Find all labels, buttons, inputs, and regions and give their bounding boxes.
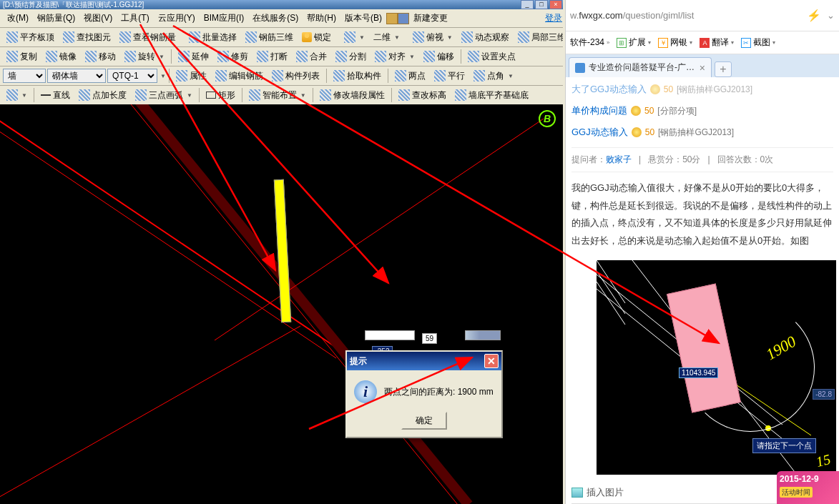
wall-type-select[interactable]: 砌体墙 [47, 69, 106, 83]
insert-image-label: 插入图片 [587, 486, 624, 499]
new-tab-button[interactable]: + [715, 61, 732, 77]
coin-icon [632, 127, 642, 137]
dialog-ok-button[interactable]: 确定 [401, 412, 447, 430]
parallel-button[interactable]: 平行 [431, 68, 468, 84]
set-grip-button[interactable]: 设置夹点 [464, 49, 519, 65]
batch-select-button[interactable]: 批量选择 [185, 29, 240, 46]
dialog-close-button[interactable]: ✕ [484, 354, 499, 368]
url-chevron-icon[interactable]: ⌄ [827, 10, 835, 21]
info-icon: i [354, 380, 377, 403]
tool-square-1[interactable]: ▼ [340, 29, 368, 45]
reward-text: 悬赏分：50分 [648, 154, 700, 164]
wall-bottom-align-button[interactable]: 墙底平齐基础底 [451, 87, 532, 104]
maximize-button[interactable]: □ [535, 0, 548, 9]
shortcut-icon-2[interactable] [398, 13, 409, 24]
bank-button[interactable]: ￥网银▾ [658, 36, 692, 49]
split-button[interactable]: 分割 [332, 49, 370, 65]
related-link-0[interactable]: 大了GGJ动态输入 [571, 83, 647, 96]
coord-input-2[interactable] [465, 330, 501, 340]
related-tag-1: [分部分项] [657, 105, 697, 117]
category-select[interactable]: 墙 [3, 69, 46, 83]
tab-active[interactable]: 专业造价问题答疑平台-广联达 × [569, 57, 712, 77]
menu-modify[interactable]: 改(M) [3, 10, 33, 26]
local-3d-button[interactable]: 局部三维 [514, 29, 565, 46]
move-button[interactable]: 移动 [82, 49, 119, 65]
ext-button[interactable]: ⊞扩展▾ [617, 36, 651, 49]
asker-link[interactable]: 败家子 [606, 154, 632, 164]
break-button[interactable]: 打断 [253, 49, 291, 65]
align-button[interactable]: 对齐▼ [371, 49, 418, 65]
pick-component-button[interactable]: 拾取构件 [330, 68, 385, 84]
line-button[interactable]: 直线 [37, 87, 74, 104]
screenshot-button[interactable]: ✂截图▾ [741, 36, 775, 49]
lock-button[interactable]: 锁定 [298, 29, 335, 46]
coin-value-2: 50 [645, 127, 654, 137]
menu-online[interactable]: 在线服务(S) [248, 10, 303, 26]
tool-mini-1[interactable]: ▼ [3, 87, 31, 103]
copy-button[interactable]: 复制 [3, 49, 41, 65]
overlook-button[interactable]: 俯视▼ [409, 29, 456, 46]
two-d-button[interactable]: 二维▼ [370, 29, 403, 46]
embedded-screenshot[interactable]: 11043.945 1900 15 -82.8 请指定下一个点 [597, 260, 836, 475]
promo-date: 2015-12-9 [780, 474, 836, 485]
find-element-button[interactable]: 查找图元 [59, 29, 114, 46]
new-change-button[interactable]: 新建变更 [409, 10, 452, 26]
rebar-3d-button[interactable]: 钢筋三维 [242, 29, 297, 46]
software-link[interactable]: 软件-234» [570, 36, 609, 49]
menu-help[interactable]: 帮助(H) [303, 10, 340, 26]
related-link-2[interactable]: GGJ动态输入 [571, 126, 628, 139]
view-rebar-button[interactable]: 查看钢筋量 [116, 29, 180, 46]
edit-rebar-button[interactable]: 编辑钢筋 [212, 68, 267, 84]
trim-button[interactable]: 修剪 [214, 49, 252, 65]
component-list-button[interactable]: 构件列表 [268, 68, 323, 84]
promo-banner[interactable]: 2015-12-9 活动时间 [777, 471, 839, 504]
property-button[interactable]: 属性 [172, 68, 210, 84]
dialog-body: i 两点之间的距离为: 1900 mm [347, 370, 501, 407]
coin-icon [650, 84, 660, 94]
menu-view[interactable]: 视图(V) [79, 10, 117, 26]
offset-button[interactable]: 偏移 [420, 49, 458, 65]
browser-window: w.fwxgx.com/question/giml/list ⚡ ⌄ 软件-23… [565, 0, 839, 504]
dynamic-observe-button[interactable]: 动态观察 [458, 29, 513, 46]
shortcut-icon-1[interactable] [386, 13, 398, 24]
menu-cloud[interactable]: 云应用(Y) [154, 10, 200, 26]
check-elevation-button[interactable]: 查改标高 [395, 87, 450, 104]
rotate-button[interactable]: 旋转▼ [121, 49, 168, 65]
align-slab-top-button[interactable]: 平齐板顶 [3, 29, 58, 46]
menu-bim[interactable]: BIM应用(I) [200, 10, 249, 26]
point-angle-button[interactable]: 点角▼ [470, 68, 517, 84]
related-row-0: 大了GGJ动态输入 50 [钢筋抽样GGJ2013] [571, 79, 833, 100]
page-content: 大了GGJ动态输入 50 [钢筋抽样GGJ2013] 单价构成问题 50 [分部… [566, 77, 839, 504]
menu-tools[interactable]: 工具(T) [117, 10, 153, 26]
extend-button[interactable]: 延伸 [175, 49, 212, 65]
split-icon [335, 51, 347, 62]
point-extend-button[interactable]: 点加长度 [75, 87, 130, 104]
window-title: [D:\预结算及描图\「联达描图\测试-1.GGJ12] [3, 0, 144, 9]
close-button[interactable]: × [549, 0, 562, 9]
qt-select[interactable]: QTQ-1 [107, 69, 157, 83]
merge-button[interactable]: 合并 [293, 49, 330, 65]
minimize-button[interactable]: _ [521, 0, 534, 9]
modify-wall-prop-button[interactable]: 修改墙段属性 [316, 87, 388, 104]
break-icon [257, 51, 268, 62]
tab-close-icon[interactable]: × [700, 62, 705, 74]
drawing-canvas[interactable]: B .252 59 59308.999 提示 ✕ i 两点之间的距离为: 190… [0, 104, 563, 504]
svg-line-5 [0, 326, 300, 504]
dialog-titlebar[interactable]: 提示 ✕ [347, 352, 501, 370]
fast-icon[interactable]: ⚡ [807, 9, 821, 22]
menu-rebar[interactable]: 钢筋量(Q) [33, 10, 79, 26]
align-icon [6, 31, 18, 43]
coin-value-1: 50 [644, 106, 654, 116]
related-link-1[interactable]: 单价构成问题 [571, 104, 627, 117]
address-bar[interactable]: w.fwxgx.com/question/giml/list ⚡ ⌄ [566, 0, 839, 31]
list-icon [272, 70, 283, 81]
three-point-arc-button[interactable]: 三点画弧▼ [132, 87, 196, 104]
translate-button[interactable]: A翻译▾ [700, 36, 734, 49]
menu-version[interactable]: 版本号(B) [340, 10, 386, 26]
login-link[interactable]: 登录 [545, 12, 562, 24]
coord-input-1[interactable] [365, 330, 415, 340]
rect-button[interactable]: 矩形 [202, 87, 239, 104]
two-point-button[interactable]: 两点 [391, 68, 429, 84]
mirror-button[interactable]: 镜像 [42, 49, 80, 65]
smart-layout-button[interactable]: 智能布置▼ [245, 87, 310, 104]
